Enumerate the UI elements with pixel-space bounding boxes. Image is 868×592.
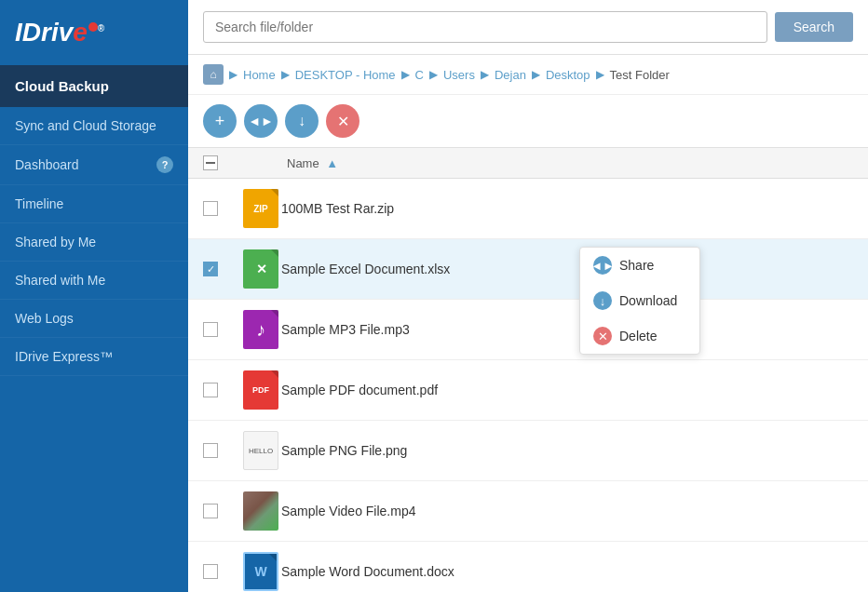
sidebar-item-idrive-express[interactable]: IDrive Express™ xyxy=(0,338,188,376)
share-button[interactable]: ◄► xyxy=(244,104,278,138)
sidebar-item-shared-by-me[interactable]: Shared by Me xyxy=(0,223,188,262)
context-menu-download[interactable]: ↓ Download xyxy=(580,283,699,318)
sidebar-item-sync[interactable]: Sync and Cloud Storage xyxy=(0,107,188,145)
context-menu: ◄► Share ↓ Download ✕ Delete xyxy=(579,247,700,355)
add-button[interactable]: + xyxy=(203,104,237,138)
table-row[interactable]: ✓ ✕ Sample Excel Document.xlsx ◄► Share … xyxy=(188,239,868,300)
home-icon[interactable]: ⌂ xyxy=(203,64,224,85)
table-row[interactable]: W Sample Word Document.docx xyxy=(188,542,868,592)
toolbar: + ◄► ↓ ✕ xyxy=(188,95,868,148)
search-input[interactable] xyxy=(203,11,767,43)
breadcrumb-home[interactable]: Home xyxy=(243,68,276,82)
main-content: Search ⌂ ▶ Home ▶ DESKTOP - Home ▶ C ▶ U… xyxy=(188,0,868,592)
sidebar-item-timeline[interactable]: Timeline xyxy=(0,185,188,223)
breadcrumb-dejan[interactable]: Dejan xyxy=(495,68,526,82)
download-button[interactable]: ↓ xyxy=(285,104,319,138)
file-type-icon: ZIP xyxy=(243,189,278,228)
help-icon[interactable]: ? xyxy=(156,156,173,173)
table-row[interactable]: ♪ Sample MP3 File.mp3 xyxy=(188,300,868,360)
sidebar: IDrive® Cloud Backup Sync and Cloud Stor… xyxy=(0,0,188,592)
logo-area: IDrive® xyxy=(0,0,188,65)
file-type-icon: PDF xyxy=(243,370,278,410)
file-type-icon xyxy=(243,491,278,531)
table-row[interactable]: Sample Video File.mp4 xyxy=(188,481,868,542)
breadcrumb-desktop[interactable]: Desktop xyxy=(546,68,590,82)
topbar: Search xyxy=(188,0,868,55)
sidebar-item-web-logs[interactable]: Web Logs xyxy=(0,300,188,338)
file-type-icon: ♪ xyxy=(243,310,278,349)
sidebar-cloud-backup-header: Cloud Backup xyxy=(0,65,188,107)
sort-icon: ▲ xyxy=(326,156,338,170)
cancel-button[interactable]: ✕ xyxy=(326,104,359,138)
search-button[interactable]: Search xyxy=(775,12,853,42)
logo: IDrive® xyxy=(15,18,104,47)
file-checkbox[interactable] xyxy=(203,201,218,216)
breadcrumb-desktop-home[interactable]: DESKTOP - Home xyxy=(295,68,396,82)
table-row[interactable]: PDF Sample PDF document.pdf xyxy=(188,360,868,421)
file-checkbox[interactable] xyxy=(203,383,218,397)
delete-icon: ✕ xyxy=(593,327,612,345)
file-type-icon: W xyxy=(243,552,278,591)
sidebar-item-dashboard[interactable]: Dashboard ? xyxy=(0,145,188,185)
file-checkbox[interactable] xyxy=(203,443,218,458)
file-checkbox[interactable] xyxy=(203,504,218,518)
file-type-icon: ✕ xyxy=(243,249,278,289)
breadcrumb-c[interactable]: C xyxy=(415,68,424,82)
file-type-icon: HELLO xyxy=(243,431,278,470)
table-row[interactable]: HELLO Sample PNG File.png xyxy=(188,421,868,481)
share-icon: ◄► xyxy=(593,256,612,275)
table-row[interactable]: ZIP 100MB Test Rar.zip xyxy=(188,179,868,239)
sidebar-item-shared-with-me[interactable]: Shared with Me xyxy=(0,262,188,300)
select-all-checkbox[interactable] xyxy=(203,155,240,170)
file-table: Name ▲ ZIP 100MB Test Rar.zip ✓ xyxy=(188,148,868,592)
file-checkbox[interactable] xyxy=(203,322,218,337)
download-icon: ↓ xyxy=(593,291,612,310)
context-menu-delete[interactable]: ✕ Delete xyxy=(580,318,699,354)
breadcrumb-current: Test Folder xyxy=(610,68,670,82)
name-column-header[interactable]: Name ▲ xyxy=(287,156,853,170)
table-header: Name ▲ xyxy=(188,148,868,179)
file-checkbox[interactable] xyxy=(203,564,218,579)
context-menu-share[interactable]: ◄► Share xyxy=(580,248,699,283)
breadcrumb: ⌂ ▶ Home ▶ DESKTOP - Home ▶ C ▶ Users ▶ … xyxy=(188,55,868,95)
file-checkbox[interactable]: ✓ xyxy=(203,262,218,276)
breadcrumb-users[interactable]: Users xyxy=(443,68,475,82)
